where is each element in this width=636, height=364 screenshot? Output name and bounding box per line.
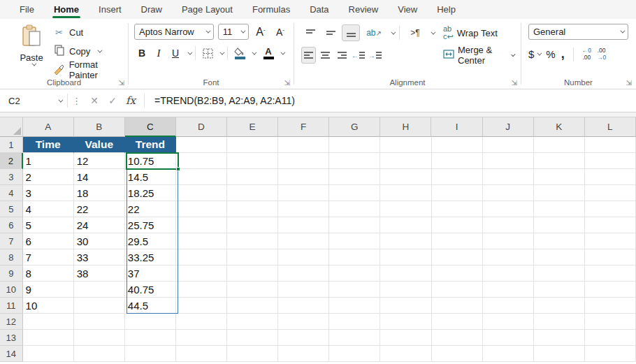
cell-I12[interactable] [432,314,483,330]
italic-button[interactable]: I [151,45,166,61]
cell-B7[interactable]: 30 [74,233,125,249]
cell-L6[interactable] [585,217,636,233]
name-box[interactable]: C2 [0,89,67,112]
cell-A13[interactable] [23,330,74,346]
cell-J8[interactable] [483,249,534,265]
row-header-14[interactable]: 14 [0,346,23,362]
underline-button[interactable]: U [168,45,183,61]
cell-D8[interactable] [176,249,227,265]
row-header-6[interactable]: 6 [0,217,23,233]
ribbon-tab-view[interactable]: View [389,1,426,19]
top-align-button[interactable] [301,24,319,41]
cell-F14[interactable] [278,346,329,362]
column-header-J[interactable]: J [483,117,534,137]
cell-K6[interactable] [534,217,585,233]
column-header-K[interactable]: K [534,117,585,137]
cell-F3[interactable] [278,169,329,185]
ribbon-tab-home[interactable]: Home [45,1,87,19]
cell-G14[interactable] [329,346,380,362]
text-direction-chevron-icon[interactable] [431,29,435,34]
cell-E4[interactable] [227,185,278,201]
cell-G11[interactable] [329,298,380,314]
cell-H11[interactable] [380,298,431,314]
cell-L5[interactable] [585,201,636,217]
cell-I4[interactable] [432,185,483,201]
cell-G5[interactable] [329,201,380,217]
cell-L8[interactable] [585,249,636,265]
cut-button[interactable]: ✂ Cut [53,24,128,40]
middle-align-button[interactable] [321,24,340,41]
cell-K10[interactable] [534,282,585,298]
center-button[interactable] [318,47,333,64]
cell-I3[interactable] [432,169,483,185]
cell-C13[interactable] [125,330,176,346]
cell-E8[interactable] [227,249,278,265]
cell-L14[interactable] [585,346,636,362]
cell-L10[interactable] [585,282,636,298]
cell-I8[interactable] [432,249,483,265]
cell-G9[interactable] [329,265,380,282]
shrink-font-button[interactable]: Aˇ [273,24,288,40]
cell-A9[interactable]: 8 [23,265,74,282]
ribbon-tab-page-layout[interactable]: Page Layout [173,1,241,19]
comma-style-button[interactable]: , [561,47,565,61]
cell-J4[interactable] [483,185,534,201]
cell-B4[interactable]: 18 [74,185,125,201]
borders-button[interactable] [200,45,215,61]
cell-F1[interactable] [278,137,329,153]
cell-B2[interactable]: 12 [74,153,125,169]
cell-H2[interactable] [380,153,431,169]
cell-K5[interactable] [534,201,585,217]
alignment-dialog-launcher-icon[interactable]: ⇲ [512,79,517,87]
cell-J6[interactable] [483,217,534,233]
cell-E11[interactable] [227,298,278,314]
cell-C9[interactable]: 37 [125,265,176,282]
cell-C8[interactable]: 33.25 [125,249,176,265]
bold-button[interactable]: B [134,45,150,61]
cell-I9[interactable] [432,265,483,282]
cell-A6[interactable]: 5 [23,217,74,233]
decrease-indent-button[interactable]: ← [352,47,366,64]
cell-L7[interactable] [585,233,636,249]
cell-C6[interactable]: 25.75 [125,217,176,233]
accounting-chevron-icon[interactable] [537,51,542,56]
row-header-5[interactable]: 5 [0,201,23,217]
cell-E14[interactable] [227,346,278,362]
cell-E10[interactable] [227,282,278,298]
cell-K11[interactable] [534,298,585,314]
cell-C2[interactable]: 10.75 [125,153,176,169]
formula-input[interactable]: =TREND(B2:B9, A2:A9, A2:A11) [149,95,295,106]
cell-B13[interactable] [74,330,125,346]
column-header-A[interactable]: A [23,117,74,137]
cell-H13[interactable] [380,330,431,346]
cell-E3[interactable] [227,169,278,185]
cell-K2[interactable] [534,153,585,169]
name-box-chevron-icon[interactable] [58,97,63,102]
copy-button[interactable]: Copy [53,43,128,59]
cell-D14[interactable] [176,346,227,362]
cell-I10[interactable] [432,282,483,298]
cell-K8[interactable] [534,249,585,265]
cell-I11[interactable] [432,298,483,314]
cell-D10[interactable] [176,282,227,298]
row-header-9[interactable]: 9 [0,265,23,282]
increase-decimal-button[interactable]: ←0 .00 [582,48,591,61]
cell-D11[interactable] [176,298,227,314]
ribbon-tab-help[interactable]: Help [428,1,464,19]
cell-H1[interactable] [380,137,431,153]
cell-J11[interactable] [483,298,534,314]
font-color-button[interactable]: A [261,45,276,61]
cell-C14[interactable] [125,346,176,362]
cell-K14[interactable] [534,346,585,362]
row-header-1[interactable]: 1 [0,137,23,153]
cell-L1[interactable] [585,137,636,153]
cell-H9[interactable] [380,265,431,282]
cell-D2[interactable] [176,153,227,169]
ribbon-tab-insert[interactable]: Insert [90,1,130,19]
bottom-align-button[interactable] [342,24,360,41]
underline-chevron-icon[interactable] [187,50,192,54]
select-all-corner[interactable] [0,117,23,137]
cell-B10[interactable] [74,282,125,298]
fill-color-chevron-icon[interactable] [252,50,256,54]
cell-F12[interactable] [278,314,329,330]
